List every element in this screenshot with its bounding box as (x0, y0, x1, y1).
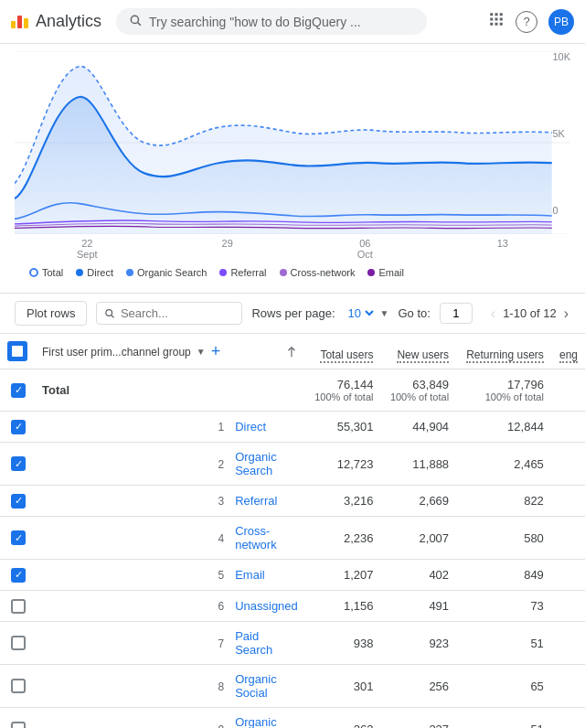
channel-header: First user prim...channel group ▼ + (35, 334, 228, 369)
legend-direct[interactable]: Direct (76, 267, 113, 278)
row-checkbox-5[interactable] (11, 599, 26, 614)
row-checkbox-4[interactable]: ✓ (11, 568, 26, 583)
total-row: ✓ Total 76,144 100% of total 63,849 100%… (0, 369, 585, 412)
row-returning-users-5: 73 (456, 591, 551, 622)
goto-input[interactable] (440, 303, 473, 324)
row-name-cell-4[interactable]: Email (228, 560, 305, 591)
legend-total-icon (29, 268, 38, 277)
svg-rect-3 (495, 13, 498, 16)
legend-email[interactable]: Email (367, 267, 404, 278)
row-returning-users-6: 51 (456, 622, 551, 665)
row-name-cell-0[interactable]: Direct (228, 412, 305, 443)
row-returning-users-2: 822 (456, 486, 551, 517)
new-users-header: New users (380, 334, 456, 369)
legend-cross-network[interactable]: Cross-network (280, 267, 356, 278)
legend-total[interactable]: Total (29, 267, 63, 278)
row-num-cell-8: 9 (35, 708, 228, 729)
channel-dropdown-arrow-icon[interactable]: ▼ (197, 347, 206, 357)
svg-rect-10 (500, 23, 503, 26)
row-name-cell-5[interactable]: Unassigned (228, 591, 305, 622)
table-row: ✓ 5 Email 1,207 402 849 (0, 560, 585, 591)
header-blue-square[interactable] (7, 341, 27, 361)
rows-per-page-select[interactable]: 10 25 50 (345, 305, 377, 321)
row-eng-3 (551, 517, 585, 560)
svg-point-0 (131, 16, 138, 23)
search-bar[interactable]: Try searching "how to do BigQuery ... (116, 8, 427, 35)
row-checkbox-3[interactable]: ✓ (11, 530, 26, 545)
row-new-users-3: 2,007 (380, 517, 456, 560)
row-num-cell-2: 3 (35, 486, 228, 517)
row-checkbox-cell-8[interactable] (0, 708, 35, 729)
row-returning-users-3: 580 (456, 517, 551, 560)
row-checkbox-cell-6[interactable] (0, 622, 35, 665)
header-checkbox-cell (0, 334, 35, 369)
table-search-input[interactable] (121, 306, 235, 320)
row-checkbox-cell-5[interactable] (0, 591, 35, 622)
analytics-logo (11, 16, 28, 28)
row-name-cell-1[interactable]: Organic Search (228, 443, 305, 486)
row-name-cell-7[interactable]: Organic Social (228, 665, 305, 708)
total-returning-users-cell: 17,796 100% of total (456, 369, 551, 412)
row-returning-users-1: 2,465 (456, 443, 551, 486)
row-checkbox-cell-1[interactable]: ✓ (0, 443, 35, 486)
row-checkbox-6[interactable] (11, 636, 26, 650)
row-eng-8 (551, 708, 585, 729)
legend-referral[interactable]: Referral (219, 267, 266, 278)
row-new-users-1: 11,888 (380, 443, 456, 486)
row-checkbox-8[interactable] (11, 722, 26, 728)
checkmark-icon: ✓ (15, 496, 23, 506)
row-checkbox-cell-2[interactable]: ✓ (0, 486, 35, 517)
svg-rect-9 (495, 23, 498, 26)
total-name-cell: Total (35, 369, 305, 412)
row-checkbox-cell-3[interactable]: ✓ (0, 517, 35, 560)
avatar[interactable]: PB (548, 9, 574, 35)
row-name-cell-8[interactable]: Organic Shopping (228, 708, 305, 729)
next-page-button[interactable]: › (562, 304, 570, 324)
row-checkbox-0[interactable]: ✓ (11, 420, 26, 434)
row-num-cell-6: 7 (35, 622, 228, 665)
row-total-users-5: 1,156 (305, 591, 381, 622)
legend-organic-search-icon (126, 269, 133, 276)
header-square-inner (12, 346, 23, 357)
total-users-header: Total users (305, 334, 381, 369)
rows-per-page-select-wrap[interactable]: 10 25 50 ▼ (345, 305, 389, 321)
legend-referral-label: Referral (230, 267, 266, 278)
legend-organic-search[interactable]: Organic Search (126, 267, 207, 278)
sort-arrow-icon (285, 346, 298, 359)
table-row: ✓ 2 Organic Search 12,723 11,888 2,465 (0, 443, 585, 486)
chart-legend: Total Direct Organic Search Referral Cro… (15, 260, 570, 285)
row-name-cell-2[interactable]: Referral (228, 486, 305, 517)
row-name-cell-3[interactable]: Cross-network (228, 517, 305, 560)
row-eng-5 (551, 591, 585, 622)
pagination: ‹ 1-10 of 12 › (489, 304, 570, 324)
legend-email-label: Email (378, 267, 404, 278)
returning-users-header: Returning users (456, 334, 551, 369)
prev-page-button[interactable]: ‹ (489, 304, 497, 324)
row-total-users-3: 2,236 (305, 517, 381, 560)
channel-add-icon[interactable]: + (211, 342, 221, 361)
total-checkbox[interactable]: ✓ (11, 383, 26, 398)
row-checkbox-7[interactable] (11, 679, 26, 693)
apps-grid-icon[interactable] (488, 11, 505, 32)
help-icon[interactable]: ? (516, 11, 537, 33)
goto-label: Go to: (398, 306, 430, 320)
data-table: First user prim...channel group ▼ + Tota… (0, 334, 585, 728)
row-total-users-1: 12,723 (305, 443, 381, 486)
sort-icon-cell[interactable] (228, 334, 305, 369)
channel-header-label: First user prim...channel group (42, 346, 191, 359)
row-checkbox-1[interactable]: ✓ (11, 456, 26, 471)
total-checkbox-cell[interactable]: ✓ (0, 369, 35, 412)
row-returning-users-4: 849 (456, 560, 551, 591)
row-checkbox-cell-0[interactable]: ✓ (0, 412, 35, 443)
row-checkbox-cell-7[interactable] (0, 665, 35, 708)
row-checkbox-2[interactable]: ✓ (11, 494, 26, 509)
svg-line-15 (112, 316, 114, 318)
row-total-users-2: 3,216 (305, 486, 381, 517)
x-label-oct13: 13 (497, 238, 508, 260)
table-search-wrap[interactable] (96, 302, 242, 325)
plot-rows-button[interactable]: Plot rows (15, 301, 87, 326)
total-total-users-cell: 76,144 100% of total (305, 369, 381, 412)
table-search-icon (104, 307, 114, 319)
row-name-cell-6[interactable]: Paid Search (228, 622, 305, 665)
row-checkbox-cell-4[interactable]: ✓ (0, 560, 35, 591)
